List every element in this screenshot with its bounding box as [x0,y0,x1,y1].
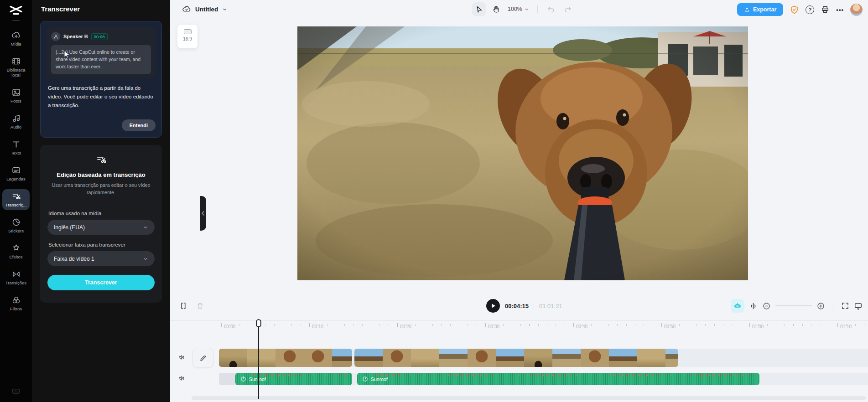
current-timecode: 00:04:15 [505,303,529,309]
aspect-ratio-icon [184,29,192,34]
chevron-down-icon [524,7,529,12]
audio-clip-leading-segment[interactable] [219,373,236,385]
captions-icon [11,165,21,175]
sidebar-item-label: Legendas [6,176,26,181]
divider [833,302,833,309]
sidebar-item-label: Efeitos [9,254,22,259]
more-options-button[interactable]: ••• [836,6,844,13]
speed-gauge-icon [240,376,246,382]
redo-icon [564,5,572,13]
play-icon [490,303,496,309]
sidebar-item-efeitos[interactable]: Efeitos [2,241,30,262]
mouse-cursor-icon [64,51,70,60]
audio-clip-1[interactable]: Sunroof [235,373,352,385]
hand-tool-button[interactable] [489,2,503,16]
chevron-down-icon [143,256,148,262]
help-button[interactable]: ? [806,5,814,14]
sidebar-item-transicoes[interactable]: Transições [2,267,30,288]
top-right-actions: Exportar ? ••• [737,3,863,16]
ruler-label: 00:10 [312,324,323,329]
expand-timeline-button[interactable] [841,302,849,310]
print-button[interactable] [821,5,830,14]
capcut-logo-icon[interactable] [9,5,23,18]
delete-clip-button[interactable] [196,302,204,310]
chevron-left-icon [201,211,205,216]
timeline-zoom-slider[interactable] [775,305,812,306]
divider [537,5,538,13]
ruler-label: 00:20 [400,324,411,329]
speaker-icon [178,354,185,361]
ruler-label: 01:10 [840,324,852,329]
split-icon [179,302,187,310]
sidebar-item-texto[interactable]: Texto [2,137,30,158]
fit-timeline-button[interactable] [749,302,758,310]
track-select-label: Selecionar faixa para transcrever [48,242,154,247]
sidebar-item-label: Stickers [8,228,24,233]
sidebar-item-label: Biblioteca local [2,67,30,78]
chevron-down-icon [143,225,148,230]
speaker-avatar-icon [51,32,60,41]
help-icon: ? [806,5,814,14]
aspect-ratio-button[interactable]: 16:9 [177,25,198,48]
upload-icon [744,7,750,13]
redo-button[interactable] [561,2,575,16]
keyboard-shortcuts-button[interactable] [11,387,21,396]
ruler-label: 00:40 [576,324,587,329]
entendi-button[interactable]: Entendi [122,119,156,131]
capcut-editor: Mídia Biblioteca local Fotos Áudio Texto [0,0,868,402]
undo-icon [547,5,555,13]
zoom-level-control[interactable]: 100% [506,6,531,12]
select-tool-button[interactable] [472,2,486,16]
effects-star-icon [11,243,21,253]
sidebar-item-label: Filtros [10,306,22,311]
zoom-out-timeline-button[interactable] [762,302,771,310]
timeline-ruler[interactable]: 00:00 00:10 00:20 00:30 00:40 00:50 01:0… [170,320,868,332]
document-title-group[interactable]: Untitled [182,0,227,18]
preview-video[interactable] [297,26,748,280]
sidebar-item-legendas[interactable]: Legendas [2,163,30,184]
video-clip-2[interactable] [354,349,678,367]
panel-collapse-handle[interactable] [200,196,206,231]
smart-assistant-toggle[interactable] [731,299,744,313]
play-button[interactable] [486,299,500,313]
playback-controls: 00:04:15 01:01:21 [486,299,562,313]
sidebar-item-transcricao[interactable]: Transcriç... [2,189,30,210]
transcription-edit-icon [96,154,107,167]
split-clip-button[interactable] [179,302,187,310]
sidebar-item-stickers[interactable]: Stickers [2,215,30,236]
draw-cover-button[interactable] [192,348,213,368]
shield-check-icon [790,5,799,15]
sidebar-item-label: Áudio [10,124,21,129]
screen-size-button[interactable] [854,302,863,310]
transitions-icon [11,269,21,279]
video-clip-1[interactable] [219,349,352,367]
sidebar-item-fotos[interactable]: Fotos [2,85,30,106]
transcript-sample-text: (...2s) Use CapCut online to create or s… [51,45,151,74]
sidebar-item-filtros[interactable]: Filtros [2,293,30,314]
audio-clip-2[interactable]: Sunroof [357,373,759,385]
sidebar-item-midia[interactable]: Mídia [2,28,30,49]
sidebar-item-label: Transcriç... [5,202,27,207]
sidebar-item-biblioteca-local[interactable]: Biblioteca local [2,54,30,80]
sidebar-item-audio[interactable]: Áudio [2,111,30,132]
transcrever-button[interactable]: Transcrever [47,275,155,290]
keyboard-icon [11,387,21,396]
mute-audio-track-button[interactable] [178,375,185,383]
track-select[interactable]: Faixa de vídeo 1 [47,251,155,266]
sidebar-item-label: Fotos [10,98,21,103]
mute-video-track-button[interactable] [178,354,185,362]
edit-card-title: Edição baseada em transcrição [47,171,155,178]
chevron-down-icon [222,7,227,12]
timeline-view-tools [731,299,863,313]
safety-shield-button[interactable] [790,5,799,15]
zoom-in-timeline-button[interactable] [816,302,825,310]
horizontal-scrollbar[interactable] [192,396,866,400]
speaker-icon [178,375,185,382]
transcription-description: Gere uma transcrição a partir da fala do… [48,84,154,110]
export-button[interactable]: Exportar [737,3,783,16]
user-avatar[interactable] [850,4,863,16]
trash-icon [196,302,204,310]
language-select[interactable]: Inglês (EUA) [47,220,155,235]
undo-button[interactable] [544,2,558,16]
playhead[interactable] [256,319,261,399]
